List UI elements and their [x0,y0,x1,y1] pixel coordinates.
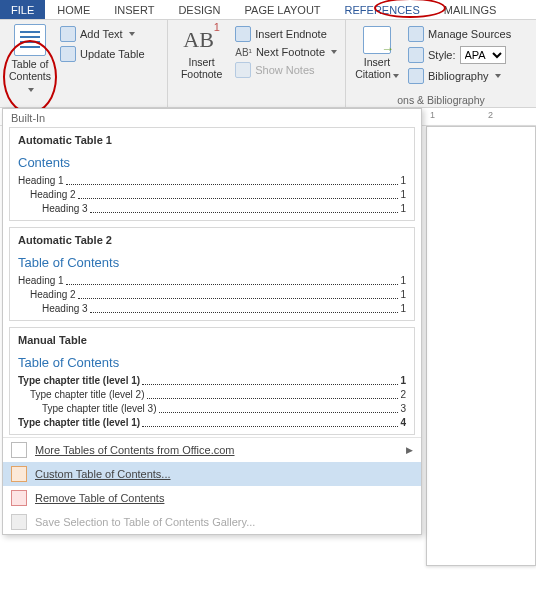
manage-sources-icon [408,26,424,42]
add-text-icon [60,26,76,42]
table-of-contents-button[interactable]: Table ofContents [6,22,54,88]
menu-custom-toc[interactable]: Custom Table of Contents... [3,462,421,486]
more-icon [11,442,27,458]
tab-page-layout[interactable]: PAGE LAYOUT [233,0,333,19]
tab-mailings[interactable]: MAILINGS [432,0,509,19]
save-gallery-icon [11,514,27,530]
gallery-footer: More Tables of Contents from Office.com … [3,437,421,534]
tab-design[interactable]: DESIGN [166,0,232,19]
tab-file[interactable]: FILE [0,0,45,19]
menu-more-toc-office[interactable]: More Tables of Contents from Office.com … [3,438,421,462]
ribbon-group-footnotes: AB1 InsertFootnote Insert Endnote AB¹ Ne… [168,20,346,107]
footnote-icon: AB1 [174,24,229,54]
add-text-button[interactable]: Add Text [58,25,147,43]
citation-style-control[interactable]: Style: APA [406,45,513,65]
show-notes-button[interactable]: Show Notes [233,61,339,79]
tab-references[interactable]: REFERENCES [333,0,432,19]
toc-gallery-dropdown: Built-In Automatic Table 1 Contents Head… [2,108,422,535]
citation-icon [363,26,391,54]
group-label-citations: ons & Bibliography [346,94,536,106]
gallery-section-builtin: Built-In [3,109,421,126]
menu-remove-toc[interactable]: Remove Table of Contents [3,486,421,510]
insert-citation-button[interactable]: InsertCitation [352,22,402,85]
bibliography-button[interactable]: Bibliography [406,67,513,85]
show-notes-icon [235,62,251,78]
tab-home[interactable]: HOME [45,0,102,19]
ribbon: Table ofContents Add Text Update Table A… [0,20,536,108]
document-page[interactable] [426,126,536,566]
endnote-icon [235,26,251,42]
ribbon-tabstrip: FILE HOME INSERT DESIGN PAGE LAYOUT REFE… [0,0,536,20]
gallery-item-automatic-table-1[interactable]: Automatic Table 1 Contents Heading 11 He… [9,127,415,221]
insert-footnote-button[interactable]: AB1 InsertFootnote [174,22,229,80]
update-table-icon [60,46,76,62]
chevron-right-icon: ▶ [406,445,413,455]
remove-toc-icon [11,490,27,506]
insert-endnote-button[interactable]: Insert Endnote [233,25,339,43]
next-footnote-button[interactable]: AB¹ Next Footnote [233,45,339,59]
tab-insert[interactable]: INSERT [102,0,166,19]
update-table-button[interactable]: Update Table [58,45,147,63]
custom-toc-icon [11,466,27,482]
gallery-item-automatic-table-2[interactable]: Automatic Table 2 Table of Contents Head… [9,227,415,321]
bibliography-icon [408,68,424,84]
toc-icon [14,24,46,56]
gallery-item-manual-table[interactable]: Manual Table Table of Contents Type chap… [9,327,415,435]
menu-save-selection-toc: Save Selection to Table of Contents Gall… [3,510,421,534]
manage-sources-button[interactable]: Manage Sources [406,25,513,43]
ribbon-group-citations: InsertCitation Manage Sources Style: APA… [346,20,536,107]
style-icon [408,47,424,63]
ribbon-group-toc: Table ofContents Add Text Update Table [0,20,168,107]
citation-style-select[interactable]: APA [460,46,506,64]
